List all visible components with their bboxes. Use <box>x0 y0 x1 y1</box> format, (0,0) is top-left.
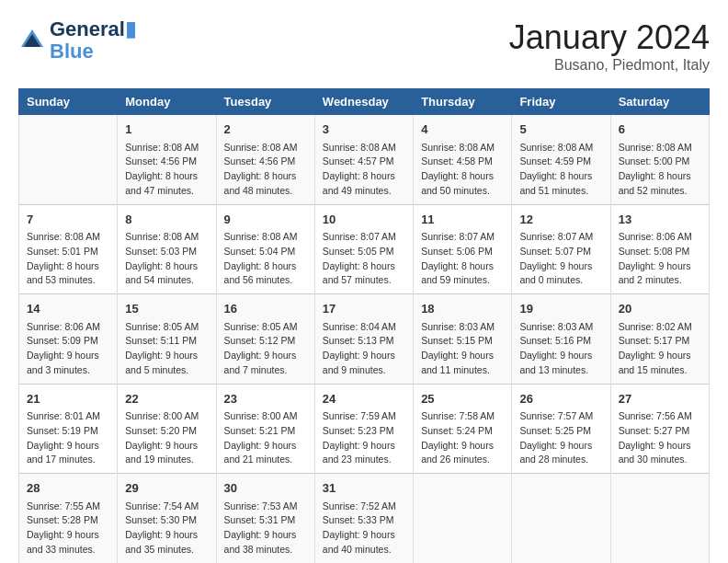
cell-text: Daylight: 9 hours <box>27 439 109 454</box>
cell-text: and 56 minutes. <box>224 273 307 288</box>
calendar-cell: 4Sunrise: 8:08 AMSunset: 4:58 PMDaylight… <box>414 115 512 205</box>
day-number: 1 <box>125 121 208 139</box>
cell-text: Sunrise: 8:03 AM <box>421 320 504 335</box>
cell-text: and 0 minutes. <box>519 273 602 288</box>
cell-text: Sunset: 5:25 PM <box>519 424 602 439</box>
calendar-cell: 23Sunrise: 8:00 AMSunset: 5:21 PMDayligh… <box>216 384 314 474</box>
cell-text: Sunset: 5:12 PM <box>224 334 307 349</box>
calendar-cell <box>512 474 610 564</box>
cell-text: Sunrise: 7:55 AM <box>27 500 109 514</box>
cell-text: Daylight: 9 hours <box>619 259 701 274</box>
cell-text: Sunset: 4:56 PM <box>125 155 208 169</box>
cell-text: and 21 minutes. <box>224 453 307 467</box>
day-number: 8 <box>125 211 208 229</box>
cell-text: Sunset: 5:13 PM <box>323 334 405 349</box>
calendar-cell: 3Sunrise: 8:08 AMSunset: 4:57 PMDaylight… <box>314 115 413 205</box>
cell-text: and 35 minutes. <box>125 543 208 557</box>
day-number: 5 <box>519 121 602 139</box>
location: Busano, Piedmont, Italy <box>509 57 710 74</box>
calendar-week-row: 21Sunrise: 8:01 AMSunset: 5:19 PMDayligh… <box>19 384 710 474</box>
cell-text: and 52 minutes. <box>619 184 701 199</box>
calendar-cell: 27Sunrise: 7:56 AMSunset: 5:27 PMDayligh… <box>610 384 709 474</box>
cell-text: Sunset: 5:08 PM <box>619 245 701 259</box>
calendar-cell: 12Sunrise: 8:07 AMSunset: 5:07 PMDayligh… <box>512 204 610 294</box>
calendar-week-row: 1Sunrise: 8:08 AMSunset: 4:56 PMDaylight… <box>19 115 710 205</box>
cell-text: and 38 minutes. <box>224 543 307 557</box>
logo-text: General▮ Blue <box>50 18 136 63</box>
calendar-cell: 9Sunrise: 8:08 AMSunset: 5:04 PMDaylight… <box>216 204 314 294</box>
cell-text: Daylight: 9 hours <box>27 349 109 363</box>
month-title: January 2024 <box>509 18 710 57</box>
cell-text: Daylight: 9 hours <box>619 439 701 454</box>
cell-text: Sunrise: 7:54 AM <box>125 500 208 514</box>
cell-text: Sunrise: 8:06 AM <box>27 320 109 335</box>
day-number: 9 <box>224 211 307 229</box>
cell-text: Daylight: 9 hours <box>519 349 602 363</box>
calendar-cell: 5Sunrise: 8:08 AMSunset: 4:59 PMDaylight… <box>512 115 610 205</box>
cell-text: Daylight: 9 hours <box>619 349 701 363</box>
day-number: 18 <box>421 300 504 318</box>
calendar-cell: 14Sunrise: 8:06 AMSunset: 5:09 PMDayligh… <box>19 294 118 385</box>
cell-text: Sunrise: 7:57 AM <box>519 409 602 424</box>
cell-text: and 7 minutes. <box>224 363 307 378</box>
cell-text: and 51 minutes. <box>519 184 602 199</box>
cell-text: Sunrise: 8:08 AM <box>224 141 307 155</box>
cell-text: Sunset: 5:27 PM <box>619 424 701 439</box>
cell-text: Sunset: 5:04 PM <box>224 245 307 259</box>
day-number: 7 <box>27 211 109 229</box>
cell-text: Sunrise: 8:04 AM <box>323 320 405 335</box>
cell-text: Sunrise: 8:03 AM <box>519 320 602 335</box>
cell-text: Daylight: 9 hours <box>519 259 602 274</box>
cell-text: Sunset: 5:05 PM <box>323 245 405 259</box>
weekday-header-friday: Friday <box>512 89 610 115</box>
cell-text: and 53 minutes. <box>27 273 109 288</box>
cell-text: and 17 minutes. <box>27 453 109 467</box>
cell-text: and 57 minutes. <box>323 273 405 288</box>
cell-text: Sunset: 5:33 PM <box>323 513 405 528</box>
cell-text: Daylight: 8 hours <box>619 169 701 184</box>
calendar-cell <box>19 115 118 205</box>
cell-text: Daylight: 9 hours <box>323 349 405 363</box>
cell-text: Sunrise: 8:08 AM <box>323 141 405 155</box>
cell-text: Sunrise: 8:05 AM <box>125 320 208 335</box>
cell-text: and 30 minutes. <box>619 453 701 467</box>
day-number: 27 <box>619 390 701 408</box>
cell-text: Sunrise: 8:01 AM <box>27 409 109 424</box>
day-number: 22 <box>125 390 208 408</box>
cell-text: Sunrise: 8:05 AM <box>224 320 307 335</box>
calendar-cell: 20Sunrise: 8:02 AMSunset: 5:17 PMDayligh… <box>610 294 709 385</box>
calendar-cell: 11Sunrise: 8:07 AMSunset: 5:06 PMDayligh… <box>414 204 512 294</box>
weekday-header-saturday: Saturday <box>610 89 709 115</box>
cell-text: Sunrise: 8:08 AM <box>27 230 109 245</box>
day-number: 11 <box>421 211 504 229</box>
calendar-cell: 25Sunrise: 7:58 AMSunset: 5:24 PMDayligh… <box>414 384 512 474</box>
calendar-cell: 10Sunrise: 8:07 AMSunset: 5:05 PMDayligh… <box>314 204 413 294</box>
calendar-cell: 26Sunrise: 7:57 AMSunset: 5:25 PMDayligh… <box>512 384 610 474</box>
cell-text: and 19 minutes. <box>125 453 208 467</box>
calendar-cell: 15Sunrise: 8:05 AMSunset: 5:11 PMDayligh… <box>118 294 216 385</box>
calendar-cell: 6Sunrise: 8:08 AMSunset: 5:00 PMDaylight… <box>610 115 709 205</box>
day-number: 3 <box>323 121 405 139</box>
calendar-cell: 31Sunrise: 7:52 AMSunset: 5:33 PMDayligh… <box>314 474 413 564</box>
cell-text: Sunrise: 7:58 AM <box>421 409 504 424</box>
cell-text: Sunrise: 8:08 AM <box>421 141 504 155</box>
cell-text: and 2 minutes. <box>619 273 701 288</box>
cell-text: and 5 minutes. <box>125 363 208 378</box>
cell-text: and 3 minutes. <box>27 363 109 378</box>
cell-text: Sunrise: 8:08 AM <box>519 141 602 155</box>
cell-text: Daylight: 8 hours <box>519 169 602 184</box>
cell-text: Daylight: 8 hours <box>323 259 405 274</box>
day-number: 21 <box>27 390 109 408</box>
cell-text: Sunset: 5:06 PM <box>421 245 504 259</box>
cell-text: and 23 minutes. <box>323 453 405 467</box>
cell-text: Daylight: 8 hours <box>125 169 208 184</box>
cell-text: Daylight: 9 hours <box>421 439 504 454</box>
cell-text: and 15 minutes. <box>619 363 701 378</box>
cell-text: Sunrise: 7:56 AM <box>619 409 701 424</box>
calendar-cell: 30Sunrise: 7:53 AMSunset: 5:31 PMDayligh… <box>216 474 314 564</box>
cell-text: Sunset: 5:24 PM <box>421 424 504 439</box>
calendar-cell: 2Sunrise: 8:08 AMSunset: 4:56 PMDaylight… <box>216 115 314 205</box>
cell-text: Daylight: 9 hours <box>125 528 208 543</box>
calendar-cell: 16Sunrise: 8:05 AMSunset: 5:12 PMDayligh… <box>216 294 314 385</box>
cell-text: and 54 minutes. <box>125 273 208 288</box>
